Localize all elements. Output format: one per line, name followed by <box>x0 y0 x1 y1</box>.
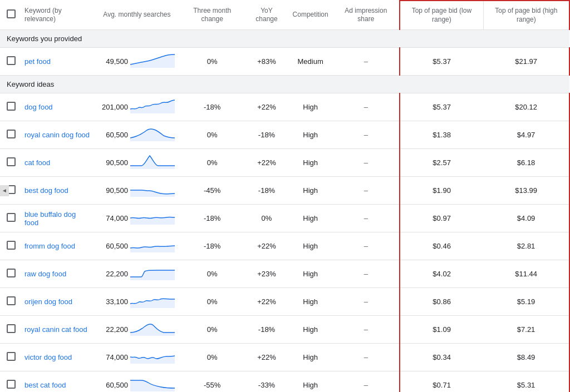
competition-cell: High <box>288 121 333 149</box>
sparkline-chart <box>130 209 175 227</box>
top-bid-high-cell: $5.31 <box>483 371 569 392</box>
row-checkbox[interactable] <box>7 380 16 389</box>
sparkline-chart <box>130 265 175 283</box>
sparkline-chart <box>130 320 175 339</box>
top-bid-high-cell: $6.18 <box>483 149 569 177</box>
row-checkbox-cell[interactable] <box>0 93 20 121</box>
keyword-link[interactable]: best cat food <box>24 381 66 389</box>
three-month-cell: 0% <box>179 149 245 177</box>
row-checkbox[interactable] <box>7 324 16 333</box>
keyword-cell: victor dog food <box>20 344 95 371</box>
section-header-0: Keywords you provided <box>0 30 569 48</box>
table-row: fromm dog food 60,500 -18% +22% High – $… <box>0 232 569 260</box>
keyword-cell: cat food <box>20 149 95 177</box>
competition-cell: High <box>288 344 333 371</box>
row-checkbox-cell[interactable] <box>0 205 20 232</box>
competition-cell: High <box>288 371 333 392</box>
top-bid-low-cell: $5.37 <box>400 93 483 121</box>
row-checkbox[interactable] <box>7 56 16 65</box>
avg-monthly-value: 74,000 <box>99 353 128 361</box>
avg-monthly-value: 74,000 <box>99 214 128 222</box>
yoy-cell: -33% <box>245 371 288 392</box>
avg-monthly-value: 22,200 <box>99 325 128 334</box>
top-bid-high-col-header: Top of page bid (high range) <box>483 1 569 30</box>
select-all-checkbox[interactable] <box>7 9 16 18</box>
keyword-link[interactable]: pet food <box>24 57 51 66</box>
top-bid-high-cell: $21.97 <box>483 48 569 76</box>
keyword-cell: blue buffalo dog food <box>20 205 95 232</box>
top-bid-low-cell: $2.57 <box>400 149 483 177</box>
avg-monthly-value: 60,500 <box>99 242 128 250</box>
top-bid-low-cell: $0.86 <box>400 288 483 316</box>
competition-cell: High <box>288 177 333 205</box>
ad-impression-cell: – <box>333 205 400 232</box>
avg-monthly-cell: 60,500 <box>95 232 179 260</box>
yoy-cell: +23% <box>245 260 288 288</box>
row-checkbox-cell[interactable] <box>0 344 20 371</box>
keyword-cell: pet food <box>20 48 95 76</box>
top-bid-high-cell: $11.44 <box>483 260 569 288</box>
top-bid-high-cell: $4.09 <box>483 205 569 232</box>
avg-monthly-cell: 201,000 <box>95 93 179 121</box>
keyword-cell: raw dog food <box>20 260 95 288</box>
row-checkbox-cell[interactable] <box>0 371 20 392</box>
ad-impression-cell: – <box>333 260 400 288</box>
table-row: pet food 49,500 0% +83% Medium – $5.37 $… <box>0 48 569 76</box>
keyword-link[interactable]: royal canin cat food <box>24 325 87 334</box>
keyword-link[interactable]: raw dog food <box>24 270 66 278</box>
competition-cell: Medium <box>288 48 333 76</box>
row-checkbox-cell[interactable] <box>0 232 20 260</box>
row-checkbox-cell[interactable] <box>0 48 20 76</box>
sparkline-chart <box>130 153 175 172</box>
keyword-link[interactable]: blue buffalo dog food <box>24 210 76 227</box>
keyword-link[interactable]: dog food <box>24 103 53 111</box>
yoy-cell: +22% <box>245 232 288 260</box>
competition-cell: High <box>288 93 333 121</box>
three-month-cell: 0% <box>179 288 245 316</box>
table-row: best dog food 90,500 -45% -18% High – $1… <box>0 177 569 205</box>
sparkline-chart <box>130 376 175 392</box>
keyword-link[interactable]: best dog food <box>24 186 68 195</box>
ad-impression-cell: – <box>333 93 400 121</box>
row-checkbox[interactable] <box>7 157 16 166</box>
competition-cell: High <box>288 205 333 232</box>
row-checkbox-cell[interactable] <box>0 149 20 177</box>
keyword-link[interactable]: victor dog food <box>24 353 72 361</box>
row-checkbox[interactable] <box>7 241 16 250</box>
section-header-cell: Keyword ideas <box>0 76 569 93</box>
keyword-link[interactable]: orijen dog food <box>24 297 72 306</box>
row-checkbox[interactable] <box>7 296 16 305</box>
table-row: raw dog food 22,200 0% +23% High – $4.02… <box>0 260 569 288</box>
avg-monthly-value: 49,500 <box>99 57 128 66</box>
row-checkbox[interactable] <box>7 102 16 111</box>
row-checkbox[interactable] <box>7 352 16 361</box>
table-row: orijen dog food 33,100 0% +22% High – $0… <box>0 288 569 316</box>
row-checkbox-cell[interactable] <box>0 288 20 316</box>
row-checkbox[interactable] <box>7 130 16 138</box>
sparkline-chart <box>130 52 175 71</box>
keyword-link[interactable]: cat food <box>24 158 50 167</box>
row-checkbox-cell[interactable] <box>0 260 20 288</box>
row-checkbox[interactable] <box>7 213 16 222</box>
keyword-link[interactable]: royal canin dog food <box>24 131 90 139</box>
top-bid-low-cell: $0.34 <box>400 344 483 371</box>
three-month-cell: -18% <box>179 93 245 121</box>
row-checkbox-cell[interactable] <box>0 121 20 149</box>
select-all-header[interactable] <box>0 1 20 30</box>
keyword-col-header: Keyword (by relevance) <box>20 1 95 30</box>
ad-impression-cell: – <box>333 288 400 316</box>
row-checkbox-cell[interactable] <box>0 316 20 344</box>
top-bid-low-cell: $4.02 <box>400 260 483 288</box>
top-bid-high-cell: $7.21 <box>483 316 569 344</box>
three-month-cell: 0% <box>179 260 245 288</box>
keyword-cell: royal canin dog food <box>20 121 95 149</box>
sparkline-chart <box>130 348 175 366</box>
ad-impression-cell: – <box>333 48 400 76</box>
avg-monthly-cell: 60,500 <box>95 371 179 392</box>
keyword-link[interactable]: fromm dog food <box>24 242 75 250</box>
table-row: royal canin dog food 60,500 0% -18% High… <box>0 121 569 149</box>
row-checkbox[interactable] <box>7 269 16 277</box>
avg-monthly-cell: 22,200 <box>95 316 179 344</box>
scroll-left-indicator[interactable]: ◄ <box>0 185 9 196</box>
ad-impression-cell: – <box>333 344 400 371</box>
